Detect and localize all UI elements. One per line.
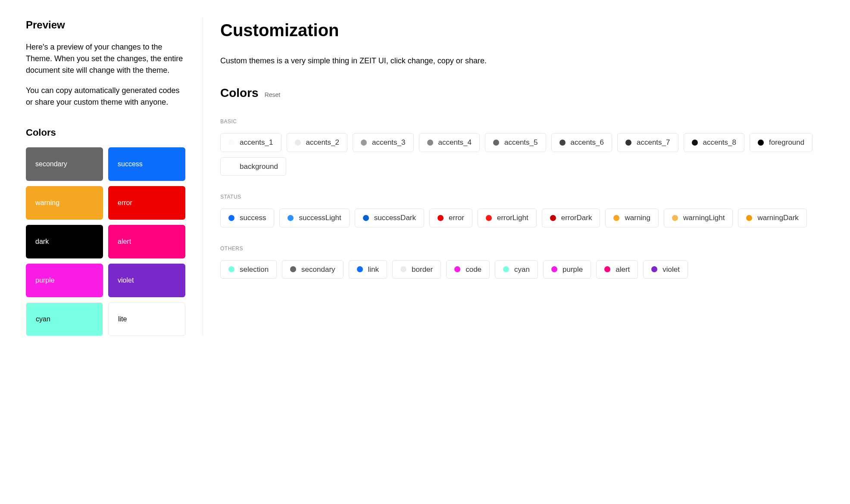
- chip-label: accents_1: [240, 137, 273, 148]
- color-dot-icon: [604, 266, 610, 272]
- color-dot-icon: [672, 215, 678, 221]
- color-dot-icon: [493, 140, 499, 146]
- color-chip[interactable]: link: [349, 260, 388, 279]
- chip-label: errorLight: [497, 212, 528, 224]
- color-dot-icon: [427, 140, 433, 146]
- chip-label: warningDark: [757, 212, 798, 224]
- color-chip[interactable]: accents_1: [220, 133, 281, 152]
- color-chip[interactable]: alert: [596, 260, 638, 279]
- color-chip[interactable]: background: [220, 157, 286, 176]
- color-chip[interactable]: warning: [605, 208, 659, 227]
- color-chip[interactable]: code: [446, 260, 490, 279]
- colors-section-header: Colors Reset: [220, 84, 824, 102]
- swatch-label: success: [118, 159, 143, 169]
- color-chip[interactable]: cyan: [495, 260, 538, 279]
- color-dot-icon: [613, 215, 619, 221]
- color-chip[interactable]: accents_7: [617, 133, 678, 152]
- chip-label: secondary: [301, 264, 335, 275]
- color-chip[interactable]: accents_6: [551, 133, 612, 152]
- color-chip[interactable]: purple: [543, 260, 591, 279]
- color-chip[interactable]: errorLight: [478, 208, 537, 227]
- color-dot-icon: [363, 215, 369, 221]
- color-dot-icon: [454, 266, 460, 272]
- group-label: STATUS: [220, 193, 824, 201]
- preview-pane: Preview Here's a preview of your changes…: [26, 17, 203, 336]
- chip-label: foreground: [769, 137, 804, 148]
- swatch-label: error: [118, 198, 132, 208]
- chip-label: successLight: [299, 212, 341, 224]
- preview-swatch: secondary: [26, 147, 103, 181]
- preview-swatch: dark: [26, 225, 103, 258]
- color-chip[interactable]: warningLight: [664, 208, 733, 227]
- color-dot-icon: [758, 140, 764, 146]
- preview-description-2: You can copy automatically generated cod…: [26, 85, 185, 108]
- chip-row: accents_1accents_2accents_3accents_4acce…: [220, 133, 824, 176]
- reset-button[interactable]: Reset: [265, 90, 281, 100]
- color-dot-icon: [400, 266, 406, 272]
- chip-label: border: [412, 264, 433, 275]
- preview-swatch: purple: [26, 264, 103, 297]
- swatch-label: warning: [35, 198, 59, 208]
- chip-label: violet: [662, 264, 680, 275]
- preview-description-1: Here's a preview of your changes to the …: [26, 41, 185, 76]
- color-dot-icon: [746, 215, 752, 221]
- color-chip[interactable]: secondary: [282, 260, 343, 279]
- color-dot-icon: [559, 140, 566, 146]
- color-chip[interactable]: accents_4: [419, 133, 480, 152]
- color-chip[interactable]: successLight: [279, 208, 349, 227]
- preview-title: Preview: [26, 17, 185, 33]
- color-chip[interactable]: selection: [220, 260, 277, 279]
- color-dot-icon: [551, 266, 557, 272]
- color-dot-icon: [295, 140, 301, 146]
- color-dot-icon: [503, 266, 509, 272]
- color-dot-icon: [228, 140, 234, 146]
- color-chip[interactable]: accents_2: [287, 133, 348, 152]
- preview-swatch: violet: [108, 264, 185, 297]
- preview-swatch: cyan: [26, 302, 103, 336]
- color-chip[interactable]: error: [429, 208, 472, 227]
- chip-label: cyan: [514, 264, 530, 275]
- chip-row: successsuccessLightsuccessDarkerrorerror…: [220, 208, 824, 227]
- chip-label: accents_2: [306, 137, 340, 148]
- color-dot-icon: [651, 266, 657, 272]
- chip-label: accents_6: [571, 137, 604, 148]
- color-chip[interactable]: accents_5: [485, 133, 546, 152]
- colors-section-title: Colors: [220, 84, 259, 102]
- color-dot-icon: [486, 215, 492, 221]
- chip-label: accents_3: [372, 137, 406, 148]
- color-chip[interactable]: border: [392, 260, 441, 279]
- chip-label: alert: [616, 264, 630, 275]
- color-dot-icon: [228, 163, 234, 169]
- preview-swatch: success: [108, 147, 185, 181]
- color-dot-icon: [361, 140, 367, 146]
- chip-label: background: [240, 161, 278, 172]
- color-dot-icon: [290, 266, 296, 272]
- swatch-label: dark: [35, 236, 49, 247]
- page-title: Customization: [220, 17, 824, 43]
- chip-label: accents_5: [504, 137, 538, 148]
- color-chip[interactable]: success: [220, 208, 274, 227]
- color-chip[interactable]: accents_3: [353, 133, 414, 152]
- chip-label: accents_7: [637, 137, 670, 148]
- swatch-label: cyan: [36, 314, 50, 324]
- chip-label: warningLight: [683, 212, 725, 224]
- color-chip[interactable]: successDark: [355, 208, 424, 227]
- color-chip[interactable]: violet: [643, 260, 688, 279]
- group-label: BASIC: [220, 118, 824, 125]
- color-chip[interactable]: errorDark: [542, 208, 600, 227]
- swatch-label: purple: [35, 275, 54, 286]
- chip-label: accents_8: [703, 137, 737, 148]
- color-chip[interactable]: warningDark: [738, 208, 806, 227]
- color-chip[interactable]: foreground: [750, 133, 812, 152]
- preview-colors-title: Colors: [26, 125, 185, 140]
- preview-swatch: warning: [26, 186, 103, 220]
- color-dot-icon: [228, 266, 234, 272]
- swatch-label: lite: [118, 314, 127, 324]
- swatch-label: secondary: [35, 159, 67, 169]
- color-dot-icon: [550, 215, 556, 221]
- page-description: Custom themes is a very simple thing in …: [220, 55, 824, 67]
- chip-label: selection: [240, 264, 269, 275]
- swatch-label: alert: [118, 236, 131, 247]
- chip-label: link: [368, 264, 379, 275]
- color-chip[interactable]: accents_8: [684, 133, 745, 152]
